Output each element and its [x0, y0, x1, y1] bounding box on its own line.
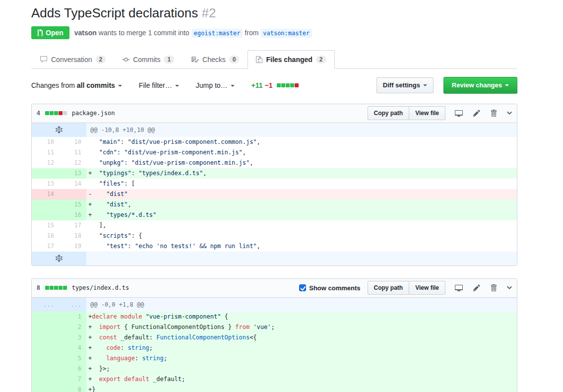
new-line-number[interactable]: 4 — [59, 343, 86, 353]
old-line-number[interactable] — [32, 322, 59, 332]
caret-down-icon — [505, 84, 509, 86]
old-line-number[interactable] — [32, 168, 59, 179]
author-link[interactable]: vatson — [74, 29, 97, 37]
diff-line-add: 7+ export default _default; — [32, 374, 517, 385]
diff-settings-button[interactable]: Diff settings — [376, 77, 434, 93]
tab-commits[interactable]: Commits 1 — [114, 50, 183, 69]
old-line-number[interactable]: 13 — [32, 179, 59, 189]
expand-diff-button[interactable] — [32, 123, 86, 137]
diff-line-context: 1010 "main": "dist/vue-prism-component.c… — [32, 137, 517, 147]
file-path[interactable]: types/index.d.ts — [72, 284, 129, 291]
monitor-icon — [455, 109, 463, 117]
new-line-number[interactable]: 8 — [59, 385, 86, 392]
diff-code-cell: + import { FunctionalComponentOptions } … — [86, 322, 517, 332]
diffstat-block — [290, 83, 294, 87]
old-line-number[interactable] — [32, 210, 59, 220]
git-commit-icon — [123, 56, 129, 64]
view-file-button[interactable]: View file — [409, 106, 445, 120]
head-ref[interactable]: vatson:master — [260, 29, 312, 38]
review-changes-button[interactable]: Review changes — [443, 77, 517, 94]
review-changes-label: Review changes — [452, 80, 502, 90]
collapse-diff-button[interactable] — [507, 109, 512, 117]
jump-to-dropdown[interactable]: Jump to… — [196, 81, 235, 89]
old-line-number[interactable] — [32, 364, 59, 374]
new-line-number[interactable]: 16 — [59, 210, 86, 220]
new-line-number[interactable]: 18 — [59, 231, 86, 241]
diff-line-add: 4+ code: string; — [32, 343, 517, 353]
toolbar-right: Diff settings Review changes — [376, 77, 517, 94]
new-line-number[interactable]: 7 — [59, 374, 86, 385]
new-line-number[interactable]: 10 — [59, 137, 86, 147]
new-line-number[interactable]: 14 — [59, 179, 86, 189]
diff-code-cell: +declare module "vue-prism-component" { — [86, 312, 517, 322]
diff-line-add: 5+ language: string; — [32, 353, 517, 364]
old-line-number[interactable]: 12 — [32, 158, 59, 168]
jump-to-text: Jump to… — [196, 81, 228, 89]
new-line-number[interactable]: 1 — [59, 312, 86, 322]
old-line-number[interactable] — [32, 385, 59, 392]
delete-file-button[interactable] — [491, 284, 497, 292]
old-line-number[interactable] — [32, 312, 59, 322]
tab-counter: 1 — [164, 56, 174, 64]
tab-files-changed[interactable]: Files changed 2 — [248, 50, 334, 69]
old-line-number[interactable]: 11 — [32, 147, 59, 158]
new-line-number[interactable]: 13 — [59, 168, 86, 179]
rich-diff-button[interactable] — [455, 109, 463, 117]
comment-icon — [40, 56, 48, 64]
new-line-number[interactable]: 5 — [59, 353, 86, 364]
old-line-number[interactable] — [32, 353, 59, 364]
new-line-number[interactable]: 3 — [59, 332, 86, 343]
base-ref[interactable]: egoist:master — [191, 29, 243, 38]
diff-rows: 1+declare module "vue-prism-component" {… — [32, 312, 517, 392]
old-line-number[interactable] — [32, 332, 59, 343]
changes-from-dropdown[interactable]: Changes from all commits — [31, 81, 122, 89]
old-line-number[interactable]: 17 — [32, 241, 59, 252]
old-line-number[interactable] — [32, 343, 59, 353]
expand-diff-button[interactable] — [32, 252, 86, 265]
show-comments-toggle[interactable]: Show comments — [299, 284, 360, 292]
old-line-number[interactable]: 10 — [32, 137, 59, 147]
tab-conversation[interactable]: Conversation 2 — [31, 50, 114, 69]
trash-icon — [491, 109, 497, 117]
diffstat-block — [59, 286, 63, 290]
old-line-number[interactable]: 15 — [32, 220, 59, 231]
edit-file-button[interactable] — [473, 284, 480, 292]
new-line-number[interactable]: 2 — [59, 322, 86, 332]
file-changes-count: 4 — [37, 110, 40, 117]
new-line-number[interactable] — [59, 189, 86, 199]
new-line-number[interactable]: 17 — [59, 220, 86, 231]
old-line-number[interactable] — [32, 199, 59, 210]
new-line-number[interactable]: 6 — [59, 364, 86, 374]
file-filter-dropdown[interactable]: File filter… — [139, 81, 179, 89]
rich-diff-button[interactable] — [455, 284, 463, 292]
collapse-diff-button[interactable] — [507, 284, 512, 292]
diffstat-block — [54, 111, 58, 115]
tab-label: Commits — [133, 56, 160, 64]
new-line-number[interactable]: 15 — [59, 199, 86, 210]
new-line-number[interactable]: 11 — [59, 147, 86, 158]
copy-path-button[interactable]: Copy path — [368, 106, 410, 120]
old-line-number[interactable]: 14 — [32, 189, 59, 199]
tab-checks[interactable]: Checks 0 — [183, 50, 248, 69]
file-diff-package-json: 4 package.json Copy path View file — [31, 104, 517, 266]
view-file-button[interactable]: View file — [409, 281, 445, 295]
edit-file-button[interactable] — [473, 109, 480, 117]
diff-code-cell: + const _default: FunctionalComponentOpt… — [86, 332, 517, 343]
file-path[interactable]: package.json — [72, 110, 115, 117]
old-line-number[interactable]: 16 — [32, 231, 59, 241]
old-line-number[interactable] — [32, 374, 59, 385]
copy-path-button[interactable]: Copy path — [368, 281, 410, 295]
diffstat-block — [295, 83, 299, 87]
new-line-number[interactable]: 12 — [59, 158, 86, 168]
diffstat-block — [277, 83, 281, 87]
new-line-number[interactable]: 19 — [59, 241, 86, 252]
merge-summary: vatson wants to merge 1 commit into egoi… — [74, 29, 312, 37]
diff-code-cell: + "types/*.d.ts" — [86, 210, 517, 220]
chevron-down-icon — [507, 284, 512, 292]
show-comments-checkbox[interactable] — [299, 284, 306, 291]
delete-file-button[interactable] — [491, 109, 497, 117]
hunk-header: @@ -0,0 +1,8 @@ — [86, 298, 517, 312]
diff-line-context: 1111 "cdn": "dist/vue-prism-component.mi… — [32, 147, 517, 158]
tab-label: Files changed — [266, 56, 312, 64]
diffstat-block — [50, 111, 54, 115]
